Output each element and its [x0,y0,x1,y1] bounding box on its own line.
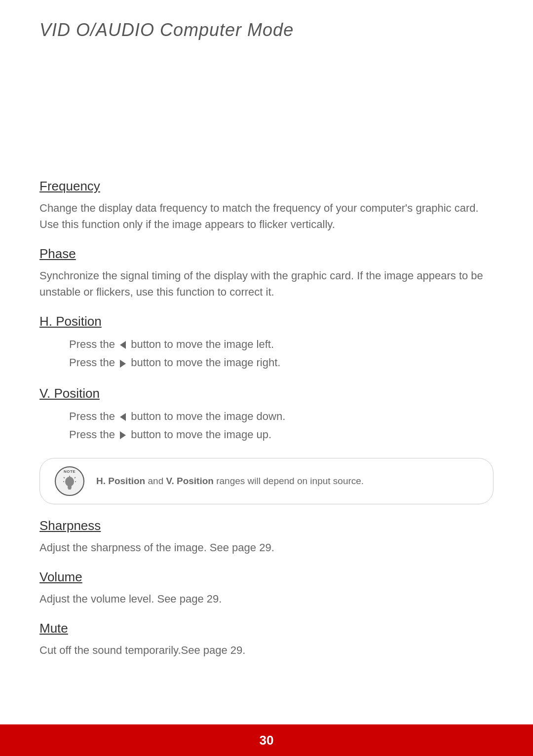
bulb-icon [63,476,76,491]
section-frequency: Frequency Change the display data freque… [39,179,494,232]
section-phase-title: Phase [39,246,494,262]
section-volume-title: Volume [39,569,494,585]
svg-rect-1 [68,486,72,488]
arrow-right-icon-2 [120,431,126,439]
note-label: NOTE [64,469,76,474]
svg-point-0 [65,477,74,487]
section-frequency-title: Frequency [39,179,494,194]
h-position-sub-2: Press the button to move the image right… [69,353,494,372]
section-volume-body: Adjust the volume level. See page 29. [39,591,494,607]
section-phase-body: Synchronize the signal timing of the dis… [39,267,494,300]
section-sharpness: Sharpness Adjust the sharpness of the im… [39,518,494,556]
header-title-text: VID O/AUDIO Computer Mode [39,20,294,40]
section-mute-title: Mute [39,621,494,636]
svg-line-6 [75,477,76,478]
v-position-sub-1: Press the button to move the image down. [69,407,494,425]
page-number: 30 [260,733,274,748]
section-volume: Volume Adjust the volume level. See page… [39,569,494,607]
arrow-left-icon-2 [120,413,126,421]
section-h-position: H. Position Press the button to move the… [39,314,494,372]
section-h-position-title: H. Position [39,314,494,329]
svg-rect-3 [68,489,71,490]
svg-rect-2 [68,488,72,489]
section-sharpness-title: Sharpness [39,518,494,533]
v-position-sub-2: Press the button to move the image up. [69,425,494,444]
arrow-left-icon [120,341,126,349]
arrow-right-icon [120,360,126,368]
page-container: VID O/AUDIO Computer Mode Frequency Chan… [0,0,533,756]
section-v-position-title: V. Position [39,386,494,401]
content-area: VID O/AUDIO Computer Mode Frequency Chan… [0,0,533,724]
note-icon: NOTE [55,466,84,496]
note-box: NOTE H. Position and V. Position ranges … [39,458,494,504]
section-v-position: V. Position Press the button to move the… [39,386,494,444]
section-sharpness-body: Adjust the sharpness of the image. See p… [39,539,494,556]
section-mute-body: Cut off the sound temporarily.See page 2… [39,642,494,658]
section-frequency-body: Change the display data frequency to mat… [39,200,494,232]
page-footer: 30 [0,724,533,756]
page-header: VID O/AUDIO Computer Mode [39,20,494,40]
svg-line-5 [64,477,65,478]
section-mute: Mute Cut off the sound temporarily.See p… [39,621,494,658]
h-position-sub-1: Press the button to move the image left. [69,335,494,353]
section-phase: Phase Synchronize the signal timing of t… [39,246,494,300]
note-text: H. Position and V. Position ranges will … [96,476,364,487]
